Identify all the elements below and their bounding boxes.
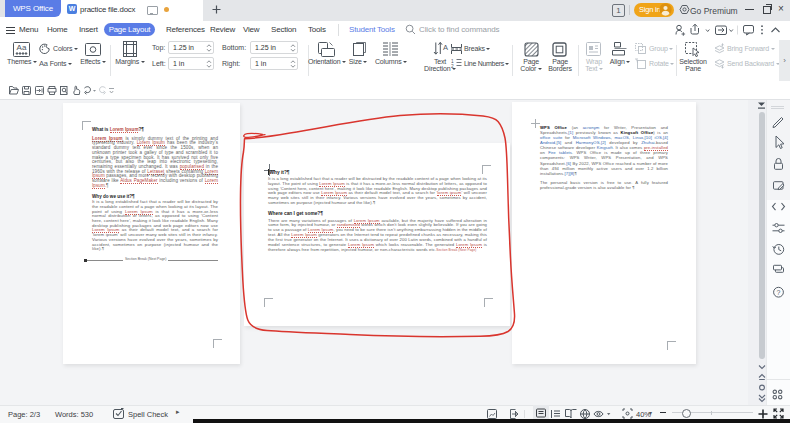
svg-text:2: 2 — [451, 64, 454, 68]
svg-text:A: A — [443, 43, 448, 52]
svg-text:Aa: Aa — [17, 43, 27, 52]
svg-text:?: ? — [777, 289, 781, 296]
svg-text:1: 1 — [451, 59, 454, 64]
